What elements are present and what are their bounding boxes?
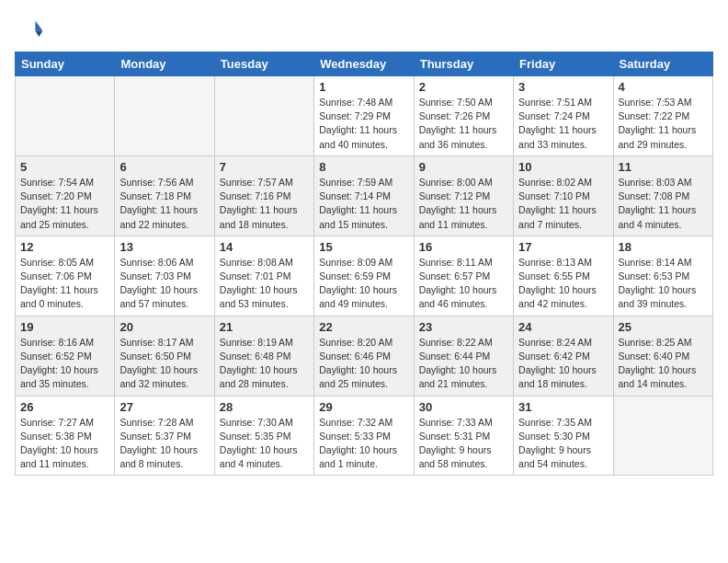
calendar-header-row: SundayMondayTuesdayWednesdayThursdayFrid…: [16, 52, 713, 76]
day-info: Sunrise: 8:16 AM Sunset: 6:52 PM Dayligh…: [20, 336, 109, 392]
day-number: 1: [319, 80, 408, 94]
calendar-cell: 13Sunrise: 8:06 AM Sunset: 7:03 PM Dayli…: [115, 236, 214, 316]
day-info: Sunrise: 8:22 AM Sunset: 6:44 PM Dayligh…: [419, 336, 508, 392]
day-number: 9: [419, 160, 508, 174]
day-info: Sunrise: 8:19 AM Sunset: 6:48 PM Dayligh…: [220, 336, 309, 392]
day-number: 18: [619, 240, 708, 254]
day-number: 30: [419, 400, 508, 414]
day-number: 25: [619, 320, 708, 334]
day-info: Sunrise: 8:08 AM Sunset: 7:01 PM Dayligh…: [220, 256, 309, 312]
calendar-cell: 26Sunrise: 7:27 AM Sunset: 5:38 PM Dayli…: [16, 396, 115, 476]
day-info: Sunrise: 8:00 AM Sunset: 7:12 PM Dayligh…: [419, 176, 508, 232]
weekday-header: Tuesday: [214, 52, 313, 76]
calendar-cell: 12Sunrise: 8:05 AM Sunset: 7:06 PM Dayli…: [16, 236, 115, 316]
day-info: Sunrise: 7:30 AM Sunset: 5:35 PM Dayligh…: [220, 416, 309, 472]
calendar-cell: 31Sunrise: 7:35 AM Sunset: 5:30 PM Dayli…: [514, 396, 613, 476]
day-number: 26: [20, 400, 109, 414]
calendar-cell: 14Sunrise: 8:08 AM Sunset: 7:01 PM Dayli…: [214, 236, 313, 316]
weekday-header: Friday: [514, 52, 613, 76]
calendar-cell: 11Sunrise: 8:03 AM Sunset: 7:08 PM Dayli…: [613, 155, 712, 236]
day-number: 11: [619, 160, 708, 174]
day-info: Sunrise: 8:02 AM Sunset: 7:10 PM Dayligh…: [518, 176, 608, 232]
day-number: 7: [220, 160, 309, 174]
weekday-header: Wednesday: [314, 52, 414, 76]
day-info: Sunrise: 8:20 AM Sunset: 6:46 PM Dayligh…: [319, 336, 408, 392]
day-number: 10: [518, 160, 608, 174]
calendar-cell: 24Sunrise: 8:24 AM Sunset: 6:42 PM Dayli…: [514, 316, 613, 396]
calendar-cell: 30Sunrise: 7:33 AM Sunset: 5:31 PM Dayli…: [414, 396, 513, 476]
day-number: 4: [619, 80, 708, 94]
calendar-cell: 19Sunrise: 8:16 AM Sunset: 6:52 PM Dayli…: [16, 316, 115, 396]
weekday-header: Sunday: [16, 52, 115, 76]
calendar-cell: 16Sunrise: 8:11 AM Sunset: 6:57 PM Dayli…: [414, 236, 513, 316]
calendar-cell: 27Sunrise: 7:28 AM Sunset: 5:37 PM Dayli…: [115, 396, 214, 476]
day-number: 21: [220, 320, 309, 334]
day-number: 16: [419, 240, 508, 254]
day-number: 24: [518, 320, 608, 334]
calendar-cell: 9Sunrise: 8:00 AM Sunset: 7:12 PM Daylig…: [414, 155, 513, 236]
day-info: Sunrise: 7:53 AM Sunset: 7:22 PM Dayligh…: [619, 96, 708, 152]
calendar-cell: 28Sunrise: 7:30 AM Sunset: 5:35 PM Dayli…: [214, 396, 313, 476]
day-info: Sunrise: 8:06 AM Sunset: 7:03 PM Dayligh…: [119, 256, 209, 312]
day-number: 15: [319, 240, 408, 254]
day-number: 3: [518, 80, 608, 94]
calendar-week-row: 1Sunrise: 7:48 AM Sunset: 7:29 PM Daylig…: [16, 76, 713, 156]
day-number: 22: [319, 320, 408, 334]
day-info: Sunrise: 8:09 AM Sunset: 6:59 PM Dayligh…: [319, 256, 408, 312]
day-info: Sunrise: 8:17 AM Sunset: 6:50 PM Dayligh…: [119, 336, 209, 392]
page-header: [15, 15, 713, 44]
day-number: 2: [419, 80, 508, 94]
day-info: Sunrise: 7:33 AM Sunset: 5:31 PM Dayligh…: [419, 416, 508, 472]
calendar-cell: 1Sunrise: 7:48 AM Sunset: 7:29 PM Daylig…: [314, 76, 414, 156]
weekday-header: Monday: [115, 52, 214, 76]
svg-marker-1: [35, 31, 42, 37]
calendar-week-row: 5Sunrise: 7:54 AM Sunset: 7:20 PM Daylig…: [16, 155, 713, 236]
day-info: Sunrise: 7:59 AM Sunset: 7:14 PM Dayligh…: [319, 176, 408, 232]
calendar-cell: 25Sunrise: 8:25 AM Sunset: 6:40 PM Dayli…: [613, 316, 712, 396]
calendar-cell: 23Sunrise: 8:22 AM Sunset: 6:44 PM Dayli…: [414, 316, 513, 396]
calendar-cell: 7Sunrise: 7:57 AM Sunset: 7:16 PM Daylig…: [214, 155, 313, 236]
calendar-cell: 8Sunrise: 7:59 AM Sunset: 7:14 PM Daylig…: [314, 155, 414, 236]
day-info: Sunrise: 7:50 AM Sunset: 7:26 PM Dayligh…: [419, 96, 508, 152]
day-number: 6: [119, 160, 209, 174]
day-number: 19: [20, 320, 109, 334]
day-info: Sunrise: 7:32 AM Sunset: 5:33 PM Dayligh…: [319, 416, 408, 472]
day-info: Sunrise: 8:05 AM Sunset: 7:06 PM Dayligh…: [20, 256, 109, 312]
calendar-cell: [214, 76, 313, 156]
day-number: 28: [220, 400, 309, 414]
calendar-cell: 18Sunrise: 8:14 AM Sunset: 6:53 PM Dayli…: [613, 236, 712, 316]
day-info: Sunrise: 7:35 AM Sunset: 5:30 PM Dayligh…: [518, 416, 608, 472]
calendar-cell: 10Sunrise: 8:02 AM Sunset: 7:10 PM Dayli…: [514, 155, 613, 236]
day-number: 17: [518, 240, 608, 254]
day-info: Sunrise: 7:51 AM Sunset: 7:24 PM Dayligh…: [518, 96, 608, 152]
calendar-cell: [115, 76, 214, 156]
calendar-cell: 17Sunrise: 8:13 AM Sunset: 6:55 PM Dayli…: [514, 236, 613, 316]
calendar-cell: 2Sunrise: 7:50 AM Sunset: 7:26 PM Daylig…: [414, 76, 513, 156]
calendar-cell: [16, 76, 115, 156]
calendar-cell: 20Sunrise: 8:17 AM Sunset: 6:50 PM Dayli…: [115, 316, 214, 396]
day-number: 12: [20, 240, 109, 254]
day-number: 14: [220, 240, 309, 254]
day-info: Sunrise: 7:57 AM Sunset: 7:16 PM Dayligh…: [220, 176, 309, 232]
calendar-cell: 22Sunrise: 8:20 AM Sunset: 6:46 PM Dayli…: [314, 316, 414, 396]
calendar-cell: [613, 396, 712, 476]
svg-marker-0: [35, 20, 42, 30]
day-number: 31: [518, 400, 608, 414]
weekday-header: Saturday: [613, 52, 712, 76]
calendar-week-row: 26Sunrise: 7:27 AM Sunset: 5:38 PM Dayli…: [16, 396, 713, 476]
calendar-cell: 6Sunrise: 7:56 AM Sunset: 7:18 PM Daylig…: [115, 155, 214, 236]
day-number: 23: [419, 320, 508, 334]
day-number: 8: [319, 160, 408, 174]
day-info: Sunrise: 8:03 AM Sunset: 7:08 PM Dayligh…: [619, 176, 708, 232]
day-info: Sunrise: 8:11 AM Sunset: 6:57 PM Dayligh…: [419, 256, 508, 312]
calendar-week-row: 19Sunrise: 8:16 AM Sunset: 6:52 PM Dayli…: [16, 316, 713, 396]
calendar-cell: 29Sunrise: 7:32 AM Sunset: 5:33 PM Dayli…: [314, 396, 414, 476]
day-number: 5: [20, 160, 109, 174]
day-info: Sunrise: 7:48 AM Sunset: 7:29 PM Dayligh…: [319, 96, 408, 152]
day-info: Sunrise: 8:24 AM Sunset: 6:42 PM Dayligh…: [518, 336, 608, 392]
day-number: 27: [119, 400, 209, 414]
day-info: Sunrise: 8:13 AM Sunset: 6:55 PM Dayligh…: [518, 256, 608, 312]
day-info: Sunrise: 7:27 AM Sunset: 5:38 PM Dayligh…: [20, 416, 109, 472]
calendar-table: SundayMondayTuesdayWednesdayThursdayFrid…: [15, 52, 713, 476]
day-number: 13: [119, 240, 209, 254]
